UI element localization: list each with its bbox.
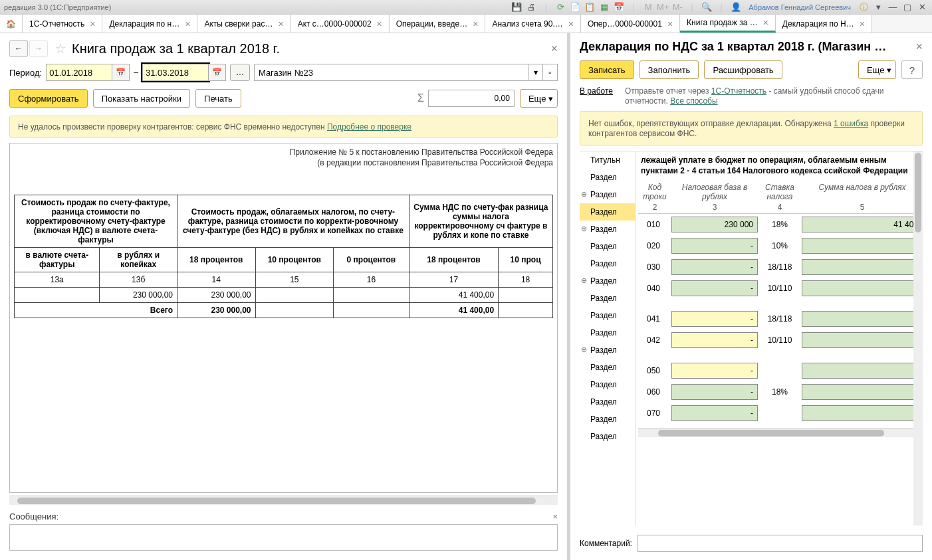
base-cell[interactable]: -	[671, 405, 758, 421]
tab[interactable]: 1С-Отчетность×	[23, 15, 102, 33]
base-cell[interactable]: -	[671, 259, 758, 275]
org-open-icon[interactable]: ▫	[543, 64, 558, 81]
grid-vscroll[interactable]	[913, 151, 923, 525]
sum-input[interactable]	[428, 90, 515, 107]
mplus-icon[interactable]: M+	[657, 1, 669, 13]
dd-icon[interactable]: ▾	[872, 1, 884, 13]
period-picker-button[interactable]: …	[230, 64, 250, 81]
tab-close-icon[interactable]: ×	[377, 19, 382, 29]
grid-hscroll[interactable]	[638, 428, 923, 437]
base-cell[interactable]: -	[671, 238, 758, 254]
favorite-icon[interactable]: ☆	[55, 41, 66, 56]
tax-cell[interactable]: -	[802, 311, 923, 327]
section-item[interactable]: Раздел	[580, 255, 635, 272]
print-icon[interactable]: 🖨	[525, 1, 537, 13]
status-label[interactable]: В работе	[580, 86, 613, 106]
tax-cell[interactable]: -	[802, 259, 923, 275]
org-dropdown-icon[interactable]: ▾	[528, 64, 543, 81]
nav-back-button[interactable]: ←	[9, 40, 28, 57]
section-item[interactable]: Раздел	[580, 324, 635, 341]
base-cell[interactable]: -	[671, 311, 758, 327]
zoom-icon[interactable]: 🔍	[701, 1, 713, 13]
calendar-icon[interactable]: 📅	[209, 64, 226, 81]
form-button[interactable]: Сформировать	[9, 89, 88, 108]
close-icon[interactable]: ✕	[916, 1, 928, 13]
tax-cell[interactable]: 41 400	[802, 217, 923, 233]
org-input[interactable]	[254, 64, 528, 81]
tab[interactable]: Анализ счета 90.…×	[485, 15, 580, 33]
link-all[interactable]: Все способы	[670, 96, 718, 106]
base-cell[interactable]: -	[671, 280, 758, 296]
date-to-input[interactable]	[142, 64, 209, 81]
tab-close-icon[interactable]: ×	[473, 19, 478, 29]
m-icon[interactable]: M	[642, 1, 654, 13]
more-button[interactable]: Еще ▾	[520, 89, 558, 108]
calendar-icon[interactable]: 📅	[613, 1, 625, 13]
tax-cell[interactable]: -	[802, 238, 923, 254]
date-from-input[interactable]	[46, 64, 112, 81]
doc-icon[interactable]: 📄	[569, 1, 581, 13]
tax-cell[interactable]: -	[802, 280, 923, 296]
section-item[interactable]: Раздел	[580, 169, 635, 186]
section-item[interactable]: Раздел	[580, 359, 635, 376]
tax-cell[interactable]: -	[802, 405, 923, 421]
tab-close-icon[interactable]: ×	[667, 19, 673, 29]
section-item[interactable]: Раздел	[580, 290, 635, 307]
comment-input[interactable]	[638, 535, 923, 552]
date-from-field[interactable]: 📅	[46, 64, 130, 81]
tab[interactable]: Акт с…0000-000002×	[291, 15, 390, 33]
date-to-field[interactable]: 📅	[142, 64, 226, 81]
info-icon[interactable]: ⓘ	[858, 1, 870, 13]
minimize-icon[interactable]: —	[887, 1, 899, 13]
tab-close-icon[interactable]: ×	[185, 19, 190, 29]
fill-button[interactable]: Заполнить	[640, 60, 699, 79]
error-link[interactable]: 1 ошибка	[834, 119, 868, 128]
calc-icon[interactable]: ▦	[598, 1, 610, 13]
section-item[interactable]: Раздел	[580, 238, 635, 255]
print-button[interactable]: Печать	[195, 89, 241, 108]
report-area[interactable]: Приложение № 5 к постановлению Правитель…	[9, 143, 558, 493]
tax-cell[interactable]: -	[802, 363, 923, 379]
tab-close-icon[interactable]: ×	[860, 19, 865, 29]
tax-cell[interactable]: -	[802, 332, 923, 348]
more-button[interactable]: Еще ▾	[858, 60, 896, 79]
grid-area[interactable]: лежащей уплате в бюджет по операциям, об…	[636, 151, 923, 525]
section-item[interactable]: Раздел	[580, 411, 635, 428]
messages-close-icon[interactable]: ×	[552, 512, 558, 521]
refresh-icon[interactable]: ⟳	[554, 1, 566, 13]
section-item[interactable]: ⊕Раздел	[580, 341, 635, 359]
base-cell[interactable]: -	[671, 384, 758, 400]
tab[interactable]: Декларация по н…×	[102, 15, 197, 33]
tab-home[interactable]: 🏠	[0, 15, 23, 33]
calendar-icon[interactable]: 📅	[112, 64, 130, 81]
decode-button[interactable]: Расшифровать	[704, 60, 782, 79]
section-item[interactable]: ⊕Раздел	[580, 221, 635, 238]
save-icon[interactable]: 💾	[511, 1, 523, 13]
base-cell[interactable]: -	[671, 332, 758, 348]
tab-close-icon[interactable]: ×	[278, 19, 283, 29]
section-item[interactable]: Титульн	[580, 151, 635, 169]
maximize-icon[interactable]: ▢	[901, 1, 913, 13]
section-item[interactable]: Раздел	[580, 307, 635, 324]
tab[interactable]: Операции, введе…×	[390, 15, 486, 33]
help-button[interactable]: ?	[901, 60, 923, 79]
show-settings-button[interactable]: Показать настройки	[93, 89, 190, 108]
link-1c[interactable]: 1С-Отчетность	[711, 86, 766, 96]
section-item[interactable]: ⊕Раздел	[580, 272, 635, 290]
tab-close-icon[interactable]: ×	[568, 19, 574, 29]
mminus-icon[interactable]: M-	[671, 1, 683, 13]
close-pane-icon[interactable]: ×	[550, 42, 558, 56]
warning-link[interactable]: Подробнее о проверке	[327, 122, 411, 132]
close-pane-icon[interactable]: ×	[915, 40, 923, 54]
write-button[interactable]: Записать	[580, 60, 634, 79]
section-item[interactable]: Раздел	[580, 203, 635, 221]
tab-close-icon[interactable]: ×	[90, 19, 95, 29]
base-cell[interactable]: 230 000	[671, 217, 758, 233]
nav-fwd-button[interactable]: →	[29, 40, 48, 57]
report-hscroll[interactable]	[9, 496, 558, 505]
tab[interactable]: Опер…0000-000001×	[581, 15, 680, 33]
section-item[interactable]: Раздел	[580, 376, 635, 393]
section-item[interactable]: Раздел	[580, 428, 635, 445]
tab[interactable]: Акты сверки рас…×	[197, 15, 291, 33]
tab-close-icon[interactable]: ×	[763, 17, 768, 28]
